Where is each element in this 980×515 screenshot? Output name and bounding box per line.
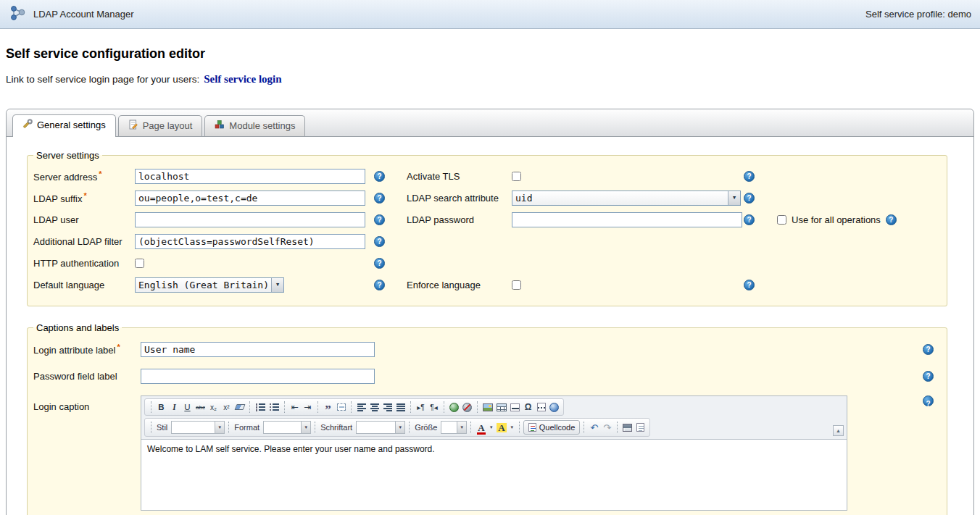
redo-icon[interactable]: ↷ <box>601 421 613 434</box>
unlink-icon[interactable] <box>461 401 473 414</box>
format-combo[interactable]: ▼ <box>263 421 311 434</box>
font-combo[interactable]: ▼ <box>356 421 405 434</box>
bold-icon[interactable]: B <box>155 401 167 414</box>
login-attribute-label-input[interactable] <box>141 342 375 357</box>
text-color-button[interactable]: A <box>475 421 487 434</box>
default-language-value: English (Great Britain) <box>136 278 271 292</box>
help-icon[interactable]: ? <box>374 193 385 204</box>
page-break-icon[interactable] <box>535 401 547 414</box>
tab-general-settings[interactable]: General settings <box>12 114 116 137</box>
help-icon[interactable]: ? <box>374 236 385 247</box>
lam-logo-icon <box>9 4 28 25</box>
format-combo-label: Format <box>234 423 259 432</box>
style-combo[interactable]: ▼ <box>171 421 225 434</box>
superscript-icon[interactable]: x² <box>220 401 233 414</box>
toolbar-separator <box>284 401 285 413</box>
ldap-user-label: LDAP user <box>33 214 135 225</box>
help-icon[interactable]: ? <box>374 171 385 182</box>
bidi-rtl-icon[interactable]: ¶◂ <box>428 401 440 414</box>
ldap-suffix-label: LDAP suffix* <box>33 191 135 204</box>
activate-tls-checkbox[interactable] <box>512 172 521 181</box>
size-combo[interactable]: ▼ <box>441 421 467 434</box>
print-icon[interactable] <box>621 421 634 434</box>
general-settings-panel: Server settings Server address* ? Activa… <box>7 150 973 515</box>
toolbar-separator <box>617 422 618 433</box>
password-field-label-label: Password field label <box>33 371 141 382</box>
help-icon[interactable]: ? <box>886 214 897 225</box>
preview-icon[interactable] <box>634 421 647 434</box>
ldap-user-input[interactable] <box>135 212 365 227</box>
source-button-label: Quellcode <box>539 423 576 432</box>
server-settings-legend: Server settings <box>33 150 102 161</box>
bullet-list-icon[interactable] <box>267 401 281 414</box>
ldap-suffix-input[interactable] <box>135 190 365 206</box>
select-arrow-icon: ▼ <box>301 422 310 433</box>
help-icon[interactable]: ? <box>744 280 755 290</box>
default-language-select[interactable]: English (Great Britain) ▼ <box>135 277 284 293</box>
help-icon[interactable]: ? <box>923 344 934 355</box>
http-authentication-label: HTTP authentication <box>33 258 135 269</box>
subscript-icon[interactable]: x₂ <box>207 401 220 414</box>
editor-content-area[interactable]: Welcome to LAM self service. Please ente… <box>141 439 847 510</box>
blockquote-icon[interactable]: ” <box>322 401 334 414</box>
remove-format-icon[interactable] <box>233 401 246 414</box>
editor-toolbar-row2: Stil ▼ Format ▼ Schriftart ▼ Größe ▼ <box>144 418 650 437</box>
image-icon[interactable] <box>481 401 494 414</box>
toolbar-separator <box>249 401 250 413</box>
link-icon[interactable] <box>448 401 460 414</box>
italic-icon[interactable]: I <box>168 401 180 414</box>
background-color-button[interactable]: A <box>495 421 507 434</box>
text-color-caret-icon[interactable]: ▾ <box>488 421 494 434</box>
password-field-label-input[interactable] <box>141 369 375 384</box>
help-icon[interactable]: ? <box>923 371 934 382</box>
http-authentication-checkbox[interactable] <box>135 259 144 268</box>
help-icon[interactable]: ? <box>744 171 755 182</box>
profile-label: Self service profile: demo <box>865 9 971 20</box>
enforce-language-checkbox[interactable] <box>512 280 521 290</box>
indent-icon[interactable]: ⇥ <box>302 401 314 414</box>
ldap-password-input[interactable] <box>512 212 742 227</box>
horizontal-rule-icon[interactable] <box>509 401 521 414</box>
server-address-label: Server address* <box>33 169 135 183</box>
toolbar-separator <box>519 422 520 433</box>
server-address-input[interactable] <box>135 169 365 184</box>
self-service-login-link[interactable]: Self service login <box>204 73 281 85</box>
help-icon[interactable]: ? <box>744 214 755 225</box>
activate-tls-label: Activate TLS <box>407 171 512 182</box>
undo-icon[interactable]: ↶ <box>588 421 600 434</box>
default-language-label: Default language <box>33 280 135 290</box>
align-center-icon[interactable] <box>368 401 381 414</box>
align-right-icon[interactable] <box>381 401 394 414</box>
div-container-icon[interactable] <box>335 401 347 414</box>
help-icon[interactable]: ? <box>374 258 385 269</box>
strikethrough-icon[interactable]: abc <box>194 401 207 414</box>
use-for-all-operations-checkbox[interactable] <box>777 215 786 225</box>
align-justify-icon[interactable] <box>394 401 407 414</box>
background-color-caret-icon[interactable]: ▾ <box>509 421 515 434</box>
help-icon[interactable]: ? <box>374 280 385 290</box>
tab-page-layout[interactable]: Page layout <box>118 115 203 136</box>
iframe-icon[interactable] <box>548 401 560 414</box>
bidi-ltr-icon[interactable]: ▸¶ <box>415 401 427 414</box>
captions-and-labels-fieldset: Captions and labels Login attribute labe… <box>27 322 947 515</box>
ldap-search-attribute-select[interactable]: uid ▼ <box>512 190 741 206</box>
source-button[interactable]: Quellcode <box>523 420 581 435</box>
numbered-list-icon[interactable] <box>254 401 267 414</box>
table-icon[interactable] <box>495 401 508 414</box>
server-settings-fieldset: Server settings Server address* ? Activa… <box>27 150 947 306</box>
additional-ldap-filter-label: Additional LDAP filter <box>33 236 135 247</box>
help-icon[interactable]: ? <box>923 395 934 406</box>
outdent-icon[interactable]: ⇤ <box>288 401 301 414</box>
help-icon[interactable]: ? <box>374 214 385 225</box>
help-icon[interactable]: ? <box>744 193 755 204</box>
toolbar-separator <box>470 422 471 433</box>
additional-ldap-filter-input[interactable] <box>135 234 365 249</box>
login-attribute-label-label: Login attribute label* <box>33 343 141 356</box>
tab-module-settings[interactable]: Module settings <box>204 115 305 136</box>
underline-icon[interactable]: U <box>181 401 194 414</box>
toolbar-separator <box>151 422 151 433</box>
wrench-icon <box>22 119 33 131</box>
align-left-icon[interactable] <box>355 401 368 414</box>
toolbar-collapse-button[interactable]: ▲ <box>833 425 844 436</box>
special-char-icon[interactable]: Ω <box>522 401 534 414</box>
